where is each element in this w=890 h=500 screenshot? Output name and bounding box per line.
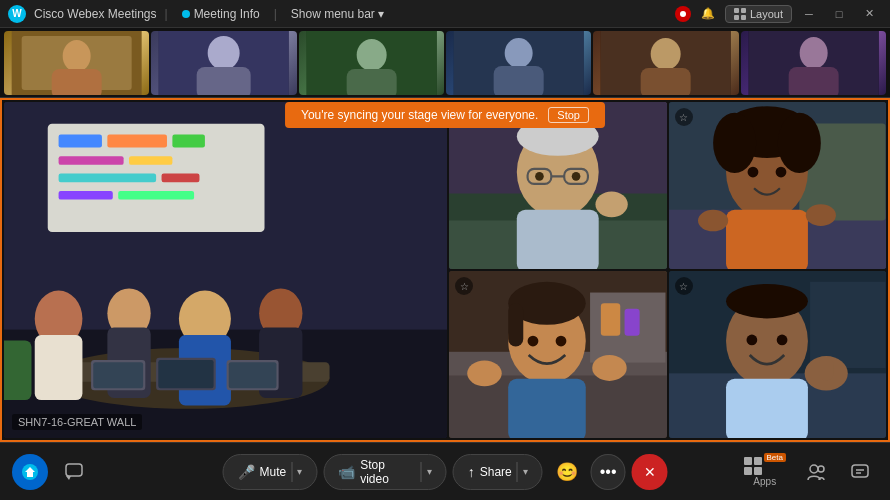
svg-rect-108 <box>66 464 82 476</box>
maximize-button[interactable]: □ <box>826 5 852 23</box>
toolbar-left <box>12 454 92 490</box>
svg-point-81 <box>698 210 728 232</box>
svg-point-92 <box>528 336 539 347</box>
filmstrip-item-1[interactable] <box>4 31 149 95</box>
svg-point-96 <box>592 355 626 381</box>
close-button[interactable]: ✕ <box>856 5 882 23</box>
sync-message: You're syncing your stage view for every… <box>301 108 538 122</box>
svg-rect-36 <box>59 156 124 165</box>
svg-point-15 <box>356 39 386 71</box>
svg-rect-41 <box>118 191 194 200</box>
video-icon: 📹 <box>338 464 355 480</box>
beta-badge: Beta <box>764 453 786 462</box>
svg-point-78 <box>747 167 758 178</box>
svg-point-101 <box>726 284 808 318</box>
svg-point-103 <box>776 335 787 346</box>
svg-rect-91 <box>508 303 523 346</box>
mute-button[interactable]: 🎤 Mute ▾ <box>223 454 318 490</box>
video-caret: ▾ <box>427 466 432 477</box>
tile-star-2[interactable]: ☆ <box>675 108 693 126</box>
btn-divider-2 <box>421 462 422 482</box>
title-divider-2: | <box>274 7 277 21</box>
svg-point-82 <box>805 204 835 226</box>
emoji-icon: 😊 <box>556 461 578 483</box>
show-menu-button[interactable]: Show menu bar ▾ <box>285 5 390 23</box>
mute-caret: ▾ <box>297 466 302 477</box>
svg-rect-53 <box>93 362 143 388</box>
mic-icon: 🎤 <box>238 464 255 480</box>
filmstrip-item-4[interactable] <box>446 31 591 95</box>
svg-point-11 <box>208 36 240 70</box>
svg-rect-69 <box>517 210 599 269</box>
filmstrip <box>0 28 890 98</box>
messages-button[interactable] <box>842 454 878 490</box>
apps-dot-3 <box>744 467 752 475</box>
svg-rect-16 <box>346 69 396 95</box>
webex-home-button[interactable] <box>12 454 48 490</box>
share-button[interactable]: ↑ Share ▾ <box>453 454 543 490</box>
participants-button[interactable] <box>798 454 834 490</box>
tile-star-4[interactable]: ☆ <box>675 277 693 295</box>
meeting-info-button[interactable]: Meeting Info <box>176 5 266 23</box>
svg-point-27 <box>799 37 827 69</box>
apps-dot-1 <box>744 457 752 465</box>
filmstrip-item-2[interactable] <box>151 31 296 95</box>
btn-divider-1 <box>291 462 292 482</box>
tile-star-3[interactable]: ☆ <box>455 277 473 295</box>
apps-dot-4 <box>754 467 762 475</box>
notification-icon[interactable]: 🔔 <box>695 5 721 23</box>
title-bar: W Cisco Webex Meetings | Meeting Info | … <box>0 0 890 28</box>
svg-rect-34 <box>107 135 167 148</box>
apps-button[interactable]: Beta Apps <box>740 453 790 491</box>
stop-video-button[interactable]: 📹 Stop video ▾ <box>323 454 447 490</box>
share-label: Share <box>480 465 512 479</box>
sync-stop-button[interactable]: Stop <box>548 107 589 123</box>
svg-rect-40 <box>59 191 113 200</box>
svg-rect-45 <box>35 335 83 400</box>
svg-rect-80 <box>726 210 808 269</box>
svg-rect-12 <box>197 67 251 95</box>
chat-button[interactable] <box>56 454 92 490</box>
svg-point-95 <box>467 360 501 386</box>
title-bar-right: 🔔 Layout ─ □ ✕ <box>675 5 882 23</box>
minimize-button[interactable]: ─ <box>796 5 822 23</box>
svg-rect-33 <box>59 135 102 148</box>
layout-button[interactable]: Layout <box>725 5 792 23</box>
stage-view: SHN7-16-GREAT WALL <box>4 102 447 438</box>
main-content: SHN7-16-GREAT WALL <box>0 98 890 442</box>
right-panel: ☆ <box>449 102 886 438</box>
emoji-button[interactable]: 😊 <box>549 454 585 490</box>
share-icon: ↑ <box>468 464 475 480</box>
svg-rect-3 <box>734 15 739 20</box>
more-icon: ••• <box>600 463 617 481</box>
layout-label: Layout <box>750 8 783 20</box>
svg-rect-20 <box>494 66 544 95</box>
svg-rect-111 <box>852 465 868 477</box>
title-bar-left: W Cisco Webex Meetings | Meeting Info | … <box>8 5 390 23</box>
toolbar-center: 🎤 Mute ▾ 📹 Stop video ▾ ↑ Share ▾ 😊 ••• … <box>223 454 668 490</box>
share-caret: ▾ <box>523 466 528 477</box>
svg-rect-58 <box>4 340 31 400</box>
svg-rect-39 <box>162 174 200 183</box>
svg-point-109 <box>810 465 818 473</box>
participant-tile-2: ☆ <box>669 102 887 269</box>
meeting-info-label: Meeting Info <box>194 7 260 21</box>
svg-rect-8 <box>52 69 102 95</box>
svg-rect-28 <box>788 67 838 95</box>
svg-point-68 <box>572 172 581 181</box>
filmstrip-item-3[interactable] <box>299 31 444 95</box>
participant-tile-4: ☆ <box>669 271 887 438</box>
toolbar: 🎤 Mute ▾ 📹 Stop video ▾ ↑ Share ▾ 😊 ••• … <box>0 442 890 500</box>
filmstrip-item-5[interactable] <box>593 31 738 95</box>
svg-rect-24 <box>641 68 691 95</box>
filmstrip-item-6[interactable] <box>741 31 886 95</box>
svg-rect-1 <box>734 8 739 13</box>
svg-point-76 <box>713 113 756 173</box>
svg-point-110 <box>818 466 824 472</box>
more-button[interactable]: ••• <box>590 454 626 490</box>
svg-point-7 <box>63 40 91 72</box>
svg-point-77 <box>777 113 820 173</box>
end-call-button[interactable]: ✕ <box>632 454 668 490</box>
svg-rect-88 <box>625 309 640 336</box>
svg-point-102 <box>746 335 757 346</box>
